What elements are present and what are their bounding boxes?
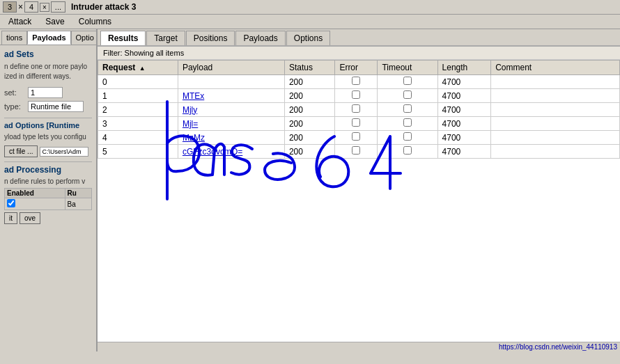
cell-length: 4700	[437, 103, 491, 117]
table-row[interactable]: 5cGFzc3dvcmQ=2004700	[98, 145, 620, 159]
right-tabs: Results Target Positions Payloads Option…	[98, 29, 620, 47]
tab-target[interactable]: Target	[146, 31, 185, 45]
menu-columns[interactable]: Columns	[76, 16, 114, 27]
right-panel: Results Target Positions Payloads Option…	[98, 29, 620, 351]
error-checkbox[interactable]	[352, 146, 360, 155]
cell-timeout[interactable]	[378, 75, 437, 89]
payload-options-title: ad Options [Runtime	[4, 121, 92, 129]
cell-comment	[491, 75, 620, 89]
col-status[interactable]: Status	[284, 61, 334, 75]
payload-sets-title: ad Sets	[4, 49, 92, 59]
proc-enabled-cell	[5, 198, 65, 210]
cell-error[interactable]	[335, 131, 378, 145]
menu-attack[interactable]: Attack	[6, 16, 34, 27]
tab-options[interactable]: Options	[286, 31, 330, 45]
payload-link[interactable]: Mjl=	[183, 119, 198, 129]
select-file-btn[interactable]: ct file ...	[4, 145, 38, 157]
cell-comment	[491, 131, 620, 145]
menu-bar: Attack Save Columns	[0, 15, 620, 29]
cell-payload[interactable]	[178, 75, 284, 89]
error-checkbox[interactable]	[352, 90, 360, 99]
timeout-checkbox[interactable]	[403, 77, 412, 85]
cell-request: 5	[98, 145, 178, 159]
cell-error[interactable]	[335, 89, 378, 103]
cell-status: 200	[284, 89, 334, 103]
timeout-checkbox[interactable]	[403, 118, 412, 127]
cell-payload[interactable]: MTEx	[178, 89, 284, 103]
tab-optio[interactable]: Optio	[71, 31, 98, 45]
error-checkbox[interactable]	[352, 77, 360, 85]
tab-tions[interactable]: tions	[1, 31, 27, 45]
timeout-checkbox[interactable]	[403, 146, 412, 155]
timeout-checkbox[interactable]	[403, 90, 412, 99]
col-timeout[interactable]: Timeout	[378, 61, 437, 75]
cell-payload[interactable]: Mjl=	[178, 117, 284, 131]
cell-payload[interactable]: Mjly	[178, 103, 284, 117]
table-row[interactable]: 3Mjl=2004700	[98, 117, 620, 131]
cell-error[interactable]	[335, 75, 378, 89]
processing-title: ad Processing	[4, 165, 92, 175]
cell-length: 4700	[437, 145, 491, 159]
tab-ellipsis[interactable]: ...	[51, 1, 65, 13]
cell-error[interactable]	[335, 117, 378, 131]
tab-close[interactable]: ×	[40, 3, 49, 12]
remove-btn[interactable]: ove	[20, 212, 40, 224]
table-row[interactable]: 4MzMz2004700	[98, 131, 620, 145]
timeout-checkbox[interactable]	[403, 132, 412, 141]
cell-timeout[interactable]	[378, 103, 437, 117]
proc-header-enabled: Enabled	[5, 189, 65, 198]
tab-payloads-left[interactable]: Payloads	[27, 31, 70, 45]
cell-error[interactable]	[335, 145, 378, 159]
cell-timeout[interactable]	[378, 89, 437, 103]
cell-status: 200	[284, 117, 334, 131]
payload-options-desc: yload type lets you configu	[4, 132, 92, 141]
tab-positions[interactable]: Positions	[186, 31, 235, 45]
main-container: tions Payloads Optio ad Sets n define on…	[0, 29, 620, 351]
col-error[interactable]: Error	[335, 61, 378, 75]
cell-length: 4700	[437, 131, 491, 145]
tab-results[interactable]: Results	[100, 31, 146, 45]
payload-processing-section: ad Processing n define rules to perform …	[4, 161, 92, 224]
col-request[interactable]: Request ▲	[98, 61, 178, 75]
cell-payload[interactable]: cGFzc3dvcmQ=	[178, 145, 284, 159]
cell-comment	[491, 117, 620, 131]
payload-link[interactable]: MTEx	[183, 91, 204, 101]
cell-timeout[interactable]	[378, 117, 437, 131]
set-row: set:	[4, 87, 92, 98]
col-length[interactable]: Length	[437, 61, 491, 75]
results-table: Request ▲ Payload Status Error Timeout L…	[98, 60, 620, 159]
cell-comment	[491, 103, 620, 117]
cell-status: 200	[284, 131, 334, 145]
cell-payload[interactable]: MzMz	[178, 131, 284, 145]
type-label: type:	[4, 102, 25, 111]
error-checkbox[interactable]	[352, 104, 360, 113]
tab-num2[interactable]: 4	[24, 1, 38, 13]
proc-enabled-checkbox[interactable]	[7, 199, 15, 207]
tab-num1[interactable]: 3	[3, 1, 17, 13]
tab-payloads-right[interactable]: Payloads	[235, 31, 285, 45]
cell-request: 1	[98, 89, 178, 103]
tab-sep: ×	[18, 2, 23, 12]
timeout-checkbox[interactable]	[403, 104, 412, 113]
cell-timeout[interactable]	[378, 145, 437, 159]
table-row[interactable]: 1MTEx2004700	[98, 89, 620, 103]
table-row[interactable]: 02004700	[98, 75, 620, 89]
payload-link[interactable]: MzMz	[183, 133, 205, 143]
menu-save[interactable]: Save	[42, 16, 67, 27]
processing-desc: n define rules to perform v	[4, 177, 92, 185]
payload-link[interactable]: Mjly	[183, 105, 197, 115]
set-input[interactable]	[28, 87, 63, 98]
error-checkbox[interactable]	[352, 118, 360, 127]
payload-options-section: ad Options [Runtime yload type lets you …	[4, 118, 92, 157]
edit-btn[interactable]: it	[4, 212, 17, 224]
col-comment[interactable]: Comment	[491, 61, 620, 75]
payload-link[interactable]: cGFzc3dvcmQ=	[183, 147, 242, 157]
sort-arrow: ▲	[139, 65, 146, 72]
col-payload[interactable]: Payload	[178, 61, 284, 75]
error-checkbox[interactable]	[352, 132, 360, 141]
type-input[interactable]	[28, 101, 84, 112]
cell-timeout[interactable]	[378, 131, 437, 145]
payload-sets-desc: n define one or more paylo ized in diffe…	[4, 62, 92, 81]
cell-error[interactable]	[335, 103, 378, 117]
table-row[interactable]: 2Mjly2004700	[98, 103, 620, 117]
